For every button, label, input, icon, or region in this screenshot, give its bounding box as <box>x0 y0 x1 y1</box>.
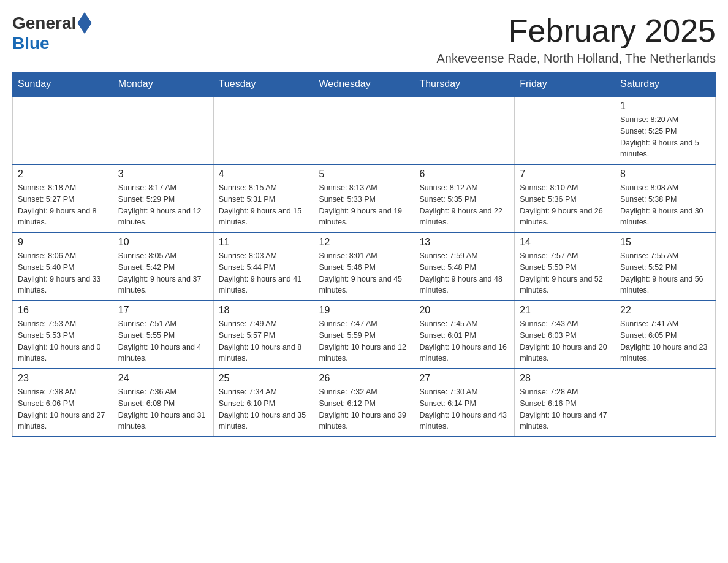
calendar-day-cell: 5Sunrise: 8:13 AMSunset: 5:33 PMDaylight… <box>314 164 414 232</box>
day-number: 10 <box>118 237 208 248</box>
day-number: 2 <box>18 169 108 180</box>
day-info: Sunrise: 8:20 AMSunset: 5:25 PMDaylight:… <box>620 114 710 160</box>
day-info: Sunrise: 8:01 AMSunset: 5:46 PMDaylight:… <box>319 250 409 296</box>
day-number: 8 <box>620 169 710 180</box>
calendar-day-cell: 16Sunrise: 7:53 AMSunset: 5:53 PMDayligh… <box>13 301 113 369</box>
calendar-day-cell: 19Sunrise: 7:47 AMSunset: 5:59 PMDayligh… <box>314 301 414 369</box>
day-number: 26 <box>319 373 409 384</box>
calendar-day-cell: 4Sunrise: 8:15 AMSunset: 5:31 PMDaylight… <box>213 164 314 232</box>
day-info: Sunrise: 8:03 AMSunset: 5:44 PMDaylight:… <box>219 250 309 296</box>
day-info: Sunrise: 7:32 AMSunset: 6:12 PMDaylight:… <box>319 386 409 432</box>
calendar-day-cell <box>615 369 716 437</box>
day-info: Sunrise: 7:51 AMSunset: 5:55 PMDaylight:… <box>118 318 208 364</box>
title-area: February 2025 Ankeveense Rade, North Hol… <box>437 12 716 66</box>
day-number: 5 <box>319 169 409 180</box>
day-info: Sunrise: 8:06 AMSunset: 5:40 PMDaylight:… <box>18 250 108 296</box>
page-header: General Blue February 2025 Ankeveense Ra… <box>12 12 716 66</box>
calendar-day-cell: 23Sunrise: 7:38 AMSunset: 6:06 PMDayligh… <box>13 369 113 437</box>
day-number: 22 <box>620 305 710 316</box>
day-number: 24 <box>118 373 208 384</box>
day-number: 3 <box>118 169 208 180</box>
calendar-day-cell: 6Sunrise: 8:12 AMSunset: 5:35 PMDaylight… <box>414 164 515 232</box>
day-info: Sunrise: 7:49 AMSunset: 5:57 PMDaylight:… <box>219 318 309 364</box>
day-number: 19 <box>319 305 409 316</box>
calendar-day-cell: 28Sunrise: 7:28 AMSunset: 6:16 PMDayligh… <box>515 369 615 437</box>
calendar-week-row: 23Sunrise: 7:38 AMSunset: 6:06 PMDayligh… <box>13 369 716 437</box>
day-info: Sunrise: 8:12 AMSunset: 5:35 PMDaylight:… <box>419 182 509 228</box>
day-of-week-header: Monday <box>113 72 213 97</box>
day-info: Sunrise: 7:47 AMSunset: 5:59 PMDaylight:… <box>319 318 409 364</box>
calendar-day-cell <box>13 96 113 164</box>
logo-general: General <box>12 13 76 33</box>
calendar-day-cell: 11Sunrise: 8:03 AMSunset: 5:44 PMDayligh… <box>213 232 314 301</box>
logo-blue: Blue <box>12 34 50 53</box>
calendar-day-cell <box>414 96 515 164</box>
calendar-day-cell: 14Sunrise: 7:57 AMSunset: 5:50 PMDayligh… <box>515 232 615 301</box>
calendar-week-row: 2Sunrise: 8:18 AMSunset: 5:27 PMDaylight… <box>13 164 716 232</box>
day-number: 25 <box>219 373 309 384</box>
calendar-week-row: 1Sunrise: 8:20 AMSunset: 5:25 PMDaylight… <box>13 96 716 164</box>
day-of-week-header: Tuesday <box>213 72 314 97</box>
day-info: Sunrise: 8:05 AMSunset: 5:42 PMDaylight:… <box>118 250 208 296</box>
calendar-day-cell: 3Sunrise: 8:17 AMSunset: 5:29 PMDaylight… <box>113 164 213 232</box>
day-number: 13 <box>419 237 509 248</box>
day-info: Sunrise: 7:53 AMSunset: 5:53 PMDaylight:… <box>18 318 108 364</box>
day-info: Sunrise: 8:08 AMSunset: 5:38 PMDaylight:… <box>620 182 710 228</box>
day-info: Sunrise: 7:30 AMSunset: 6:14 PMDaylight:… <box>419 386 509 432</box>
calendar-day-cell: 9Sunrise: 8:06 AMSunset: 5:40 PMDaylight… <box>13 232 113 301</box>
calendar-day-cell: 24Sunrise: 7:36 AMSunset: 6:08 PMDayligh… <box>113 369 213 437</box>
day-number: 20 <box>419 305 509 316</box>
calendar-day-cell: 12Sunrise: 8:01 AMSunset: 5:46 PMDayligh… <box>314 232 414 301</box>
day-number: 4 <box>219 169 309 180</box>
day-info: Sunrise: 7:45 AMSunset: 6:01 PMDaylight:… <box>419 318 509 364</box>
calendar-day-cell <box>213 96 314 164</box>
calendar-day-cell <box>314 96 414 164</box>
calendar-day-cell <box>515 96 615 164</box>
calendar-day-cell: 2Sunrise: 8:18 AMSunset: 5:27 PMDaylight… <box>13 164 113 232</box>
day-of-week-header: Wednesday <box>314 72 414 97</box>
day-number: 1 <box>620 101 710 112</box>
day-number: 23 <box>18 373 108 384</box>
day-info: Sunrise: 8:13 AMSunset: 5:33 PMDaylight:… <box>319 182 409 228</box>
calendar-day-cell: 20Sunrise: 7:45 AMSunset: 6:01 PMDayligh… <box>414 301 515 369</box>
day-number: 27 <box>419 373 509 384</box>
day-number: 17 <box>118 305 208 316</box>
location-title: Ankeveense Rade, North Holland, The Neth… <box>437 52 716 66</box>
calendar-day-cell: 21Sunrise: 7:43 AMSunset: 6:03 PMDayligh… <box>515 301 615 369</box>
day-info: Sunrise: 7:41 AMSunset: 6:05 PMDaylight:… <box>620 318 710 364</box>
day-info: Sunrise: 8:15 AMSunset: 5:31 PMDaylight:… <box>219 182 309 228</box>
calendar-table: SundayMondayTuesdayWednesdayThursdayFrid… <box>12 72 716 437</box>
day-info: Sunrise: 7:28 AMSunset: 6:16 PMDaylight:… <box>520 386 610 432</box>
day-info: Sunrise: 7:55 AMSunset: 5:52 PMDaylight:… <box>620 250 710 296</box>
day-of-week-header: Sunday <box>13 72 113 97</box>
calendar-day-cell <box>113 96 213 164</box>
calendar-day-cell: 1Sunrise: 8:20 AMSunset: 5:25 PMDaylight… <box>615 96 716 164</box>
calendar-day-cell: 17Sunrise: 7:51 AMSunset: 5:55 PMDayligh… <box>113 301 213 369</box>
day-of-week-header: Saturday <box>615 72 716 97</box>
day-number: 21 <box>520 305 610 316</box>
calendar-day-cell: 15Sunrise: 7:55 AMSunset: 5:52 PMDayligh… <box>615 232 716 301</box>
calendar-day-cell: 10Sunrise: 8:05 AMSunset: 5:42 PMDayligh… <box>113 232 213 301</box>
calendar-day-cell: 7Sunrise: 8:10 AMSunset: 5:36 PMDaylight… <box>515 164 615 232</box>
calendar-day-cell: 27Sunrise: 7:30 AMSunset: 6:14 PMDayligh… <box>414 369 515 437</box>
day-number: 18 <box>219 305 309 316</box>
day-info: Sunrise: 7:34 AMSunset: 6:10 PMDaylight:… <box>219 386 309 432</box>
logo: General Blue <box>12 12 92 53</box>
day-number: 12 <box>319 237 409 248</box>
day-info: Sunrise: 8:17 AMSunset: 5:29 PMDaylight:… <box>118 182 208 228</box>
day-number: 14 <box>520 237 610 248</box>
calendar-day-cell: 22Sunrise: 7:41 AMSunset: 6:05 PMDayligh… <box>615 301 716 369</box>
calendar-day-cell: 26Sunrise: 7:32 AMSunset: 6:12 PMDayligh… <box>314 369 414 437</box>
day-info: Sunrise: 8:18 AMSunset: 5:27 PMDaylight:… <box>18 182 108 228</box>
calendar-header-row: SundayMondayTuesdayWednesdayThursdayFrid… <box>13 72 716 97</box>
day-number: 15 <box>620 237 710 248</box>
day-info: Sunrise: 7:43 AMSunset: 6:03 PMDaylight:… <box>520 318 610 364</box>
day-info: Sunrise: 7:36 AMSunset: 6:08 PMDaylight:… <box>118 386 208 432</box>
calendar-day-cell: 18Sunrise: 7:49 AMSunset: 5:57 PMDayligh… <box>213 301 314 369</box>
day-info: Sunrise: 7:57 AMSunset: 5:50 PMDaylight:… <box>520 250 610 296</box>
calendar-day-cell: 13Sunrise: 7:59 AMSunset: 5:48 PMDayligh… <box>414 232 515 301</box>
day-number: 11 <box>219 237 309 248</box>
day-info: Sunrise: 8:10 AMSunset: 5:36 PMDaylight:… <box>520 182 610 228</box>
day-info: Sunrise: 7:59 AMSunset: 5:48 PMDaylight:… <box>419 250 509 296</box>
day-number: 16 <box>18 305 108 316</box>
